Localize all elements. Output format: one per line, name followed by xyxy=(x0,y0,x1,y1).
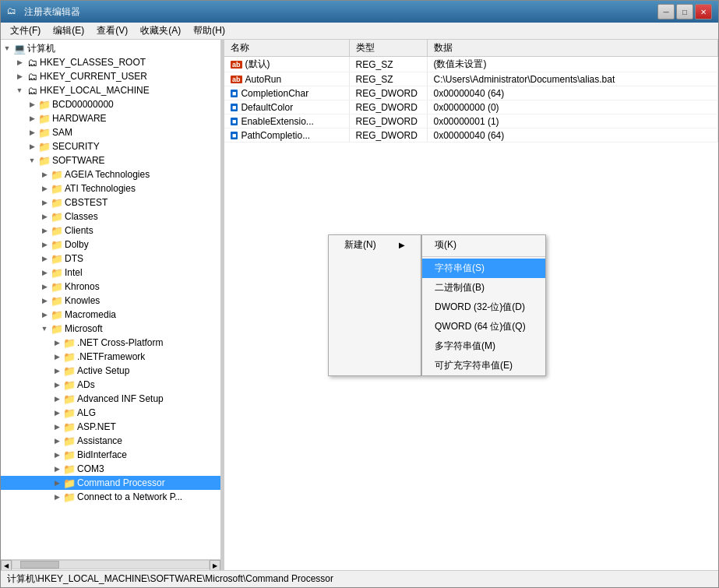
tree-item-assistance[interactable]: 📁Assistance xyxy=(1,434,220,448)
tree-item-cbstest[interactable]: 📁CBSTEST xyxy=(1,195,220,209)
expand-btn-cmd_processor[interactable] xyxy=(51,477,63,489)
tree-item-hklm[interactable]: 🗂HKEY_LOCAL_MACHINE xyxy=(1,83,220,97)
menu-view[interactable]: 查看(V) xyxy=(90,23,134,39)
expand-btn-hklm[interactable] xyxy=(13,84,26,97)
expand-btn-sam[interactable] xyxy=(26,126,38,139)
cell-type-4: REG_DWORD xyxy=(349,114,427,129)
tree-item-dolby[interactable]: 📁Dolby xyxy=(1,238,220,252)
tree-label-security: SECURITY xyxy=(52,141,100,152)
tree-item-ads[interactable]: 📁ADs xyxy=(1,378,220,392)
table-row[interactable]: ab AutoRunREG_SZC:\Users\Administrator\D… xyxy=(224,72,718,86)
expand-btn-software[interactable] xyxy=(26,154,38,167)
tree-item-bcd[interactable]: 📁BCD00000000 xyxy=(1,97,220,111)
tree-label-com3: COM3 xyxy=(77,463,104,474)
expand-btn-dotnetfw[interactable] xyxy=(51,350,63,363)
tree-item-hardware[interactable]: 📁HARDWARE xyxy=(1,111,220,125)
cell-type-3: REG_DWORD xyxy=(349,100,427,114)
expand-btn-hkcr[interactable] xyxy=(13,56,26,69)
menu-edit[interactable]: 编辑(E) xyxy=(47,23,90,39)
tree-item-advanced_inf[interactable]: 📁Advanced INF Setup xyxy=(1,392,220,406)
folder-icon-classes: 📁 xyxy=(51,210,63,223)
expand-btn-hkcu[interactable] xyxy=(13,70,26,83)
tree-label-classes: Classes xyxy=(65,211,98,222)
tree-item-hkcu[interactable]: 🗂HKEY_CURRENT_USER xyxy=(1,69,220,83)
expand-btn-dotnet_cross[interactable] xyxy=(51,336,63,349)
minimize-button[interactable]: ─ xyxy=(657,4,675,19)
tree-item-hkcr[interactable]: 🗂HKEY_CLASSES_ROOT xyxy=(1,55,220,69)
scroll-left-btn[interactable]: ◀ xyxy=(1,560,12,570)
expand-btn-active_setup[interactable] xyxy=(51,364,63,377)
folder-icon-ageia: 📁 xyxy=(51,168,63,181)
tree-item-connect_network[interactable]: 📁Connect to a Network P... xyxy=(1,490,220,504)
expand-btn-dts[interactable] xyxy=(38,252,51,265)
tree-item-microsoft[interactable]: 📁Microsoft xyxy=(1,322,220,336)
expand-btn-computer[interactable] xyxy=(1,42,13,55)
scroll-right-btn[interactable]: ▶ xyxy=(210,560,220,570)
registry-table[interactable]: 名称 类型 数据 ab (默认)REG_SZ(数值未设置)ab AutoRunR… xyxy=(224,40,718,570)
tree-label-microsoft: Microsoft xyxy=(65,323,103,334)
tree-item-active_setup[interactable]: 📁Active Setup xyxy=(1,364,220,378)
tree-item-software[interactable]: 📁SOFTWARE xyxy=(1,153,220,167)
expand-btn-ati[interactable] xyxy=(38,182,51,195)
tree-label-ads: ADs xyxy=(77,379,95,390)
tree-item-khronos[interactable]: 📁Khronos xyxy=(1,280,220,294)
expand-btn-ageia[interactable] xyxy=(38,168,51,181)
tree-item-knowles[interactable]: 📁Knowles xyxy=(1,294,220,308)
expand-btn-clients[interactable] xyxy=(38,224,51,237)
menu-file[interactable]: 文件(F) xyxy=(4,23,47,39)
expand-btn-advanced_inf[interactable] xyxy=(51,393,63,405)
table-row[interactable]: ■ DefaultColorREG_DWORD0x00000000 (0) xyxy=(224,100,718,114)
expand-btn-knowles[interactable] xyxy=(38,294,51,307)
expand-btn-hardware[interactable] xyxy=(26,112,38,125)
expand-btn-intel[interactable] xyxy=(38,266,51,279)
tree-label-dotnetfw: .NETFramework xyxy=(77,351,145,362)
tree-item-ageia[interactable]: 📁AGEIA Technologies xyxy=(1,167,220,181)
tree-item-ati[interactable]: 📁ATI Technologies xyxy=(1,181,220,195)
table-row[interactable]: ■ EnableExtensio...REG_DWORD0x00000001 (… xyxy=(224,114,718,129)
table-row[interactable]: ■ CompletionCharREG_DWORD0x00000040 (64) xyxy=(224,86,718,100)
tree-label-assistance: Assistance xyxy=(77,435,122,446)
expand-btn-aspnet[interactable] xyxy=(51,421,63,433)
tree-item-clients[interactable]: 📁Clients xyxy=(1,224,220,238)
tree-item-classes[interactable]: 📁Classes xyxy=(1,209,220,224)
tree-item-computer[interactable]: 💻计算机 xyxy=(1,41,220,55)
expand-btn-com3[interactable] xyxy=(51,463,63,475)
tree-item-dts[interactable]: 📁DTS xyxy=(1,252,220,266)
cell-data-1: C:\Users\Administrator\Documents\alias.b… xyxy=(427,72,718,86)
tree-item-sam[interactable]: 📁SAM xyxy=(1,125,220,139)
table-row[interactable]: ab (默认)REG_SZ(数值未设置) xyxy=(224,57,718,72)
tree-item-com3[interactable]: 📁COM3 xyxy=(1,462,220,476)
tree-item-alg[interactable]: 📁ALG xyxy=(1,406,220,420)
expand-btn-ads[interactable] xyxy=(51,379,63,391)
maximize-button[interactable]: □ xyxy=(676,4,693,19)
expand-btn-security[interactable] xyxy=(26,140,38,153)
expand-btn-cbstest[interactable] xyxy=(38,196,51,209)
expand-btn-bcd[interactable] xyxy=(26,98,38,111)
registry-tree[interactable]: 💻计算机🗂HKEY_CLASSES_ROOT🗂HKEY_CURRENT_USER… xyxy=(1,40,220,559)
expand-btn-connect_network[interactable] xyxy=(51,491,63,503)
tree-item-intel[interactable]: 📁Intel xyxy=(1,266,220,280)
expand-btn-bidinterface[interactable] xyxy=(51,449,63,461)
expand-btn-alg[interactable] xyxy=(51,407,63,419)
menu-help[interactable]: 帮助(H) xyxy=(187,23,231,39)
tree-item-security[interactable]: 📁SECURITY xyxy=(1,139,220,153)
tree-label-active_setup: Active Setup xyxy=(77,365,129,376)
expand-btn-khronos[interactable] xyxy=(38,280,51,293)
expand-btn-assistance[interactable] xyxy=(51,435,63,447)
expand-btn-macromedia[interactable] xyxy=(38,308,51,321)
tree-label-knowles: Knowles xyxy=(65,295,100,306)
tree-item-dotnet_cross[interactable]: 📁.NET Cross-Platform xyxy=(1,336,220,350)
tree-item-bidinterface[interactable]: 📁BidInterface xyxy=(1,448,220,462)
cell-name-5: ■ PathCompletio... xyxy=(224,129,349,143)
tree-item-macromedia[interactable]: 📁Macromedia xyxy=(1,308,220,322)
tree-item-aspnet[interactable]: 📁ASP.NET xyxy=(1,420,220,434)
close-button[interactable]: ✕ xyxy=(695,4,712,19)
expand-btn-microsoft[interactable] xyxy=(38,322,51,335)
table-row[interactable]: ■ PathCompletio...REG_DWORD0x00000040 (6… xyxy=(224,129,718,143)
expand-btn-dolby[interactable] xyxy=(38,238,51,251)
tree-label-alg: ALG xyxy=(77,407,96,418)
tree-item-dotnetfw[interactable]: 📁.NETFramework xyxy=(1,350,220,364)
expand-btn-classes[interactable] xyxy=(38,210,51,223)
menu-favorites[interactable]: 收藏夹(A) xyxy=(134,23,187,39)
tree-item-cmd_processor[interactable]: 📁Command Processor xyxy=(1,476,220,490)
